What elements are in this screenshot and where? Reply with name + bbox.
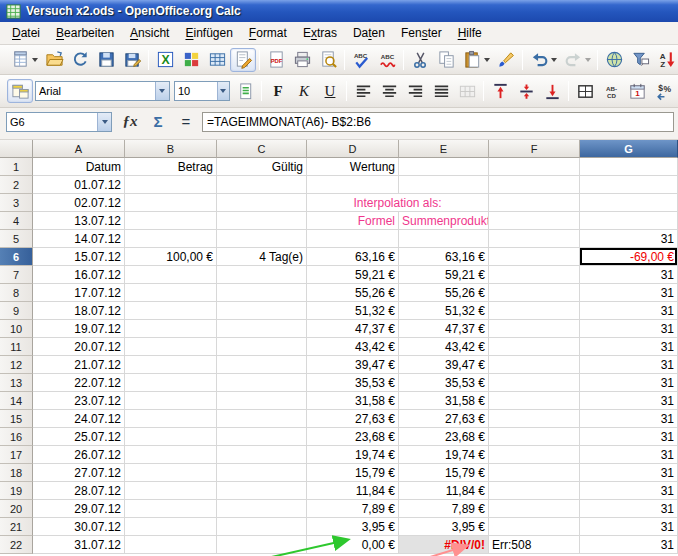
cell-G3[interactable] (580, 194, 678, 212)
cell-B4[interactable] (125, 212, 217, 230)
cell-E10[interactable]: 47,37 € (399, 320, 489, 338)
menu-format[interactable]: Format (241, 23, 295, 43)
cell-B3[interactable] (125, 194, 217, 212)
row-header-11[interactable]: 11 (0, 338, 33, 356)
cell-F22[interactable]: Err:508 (489, 536, 580, 554)
cell-G9[interactable]: 31 (580, 302, 678, 320)
cell-D22[interactable]: 0,00 € (307, 536, 399, 554)
reload-button[interactable] (67, 48, 93, 72)
cell-D1[interactable]: Wertung (307, 158, 399, 176)
menu-hilfe[interactable]: Hilfe (450, 23, 490, 43)
column-header-F[interactable]: F (489, 140, 580, 158)
row-header-19[interactable]: 19 (0, 482, 33, 500)
cell-G21[interactable]: 31 (580, 518, 678, 536)
cell-A19[interactable]: 28.07.12 (33, 482, 125, 500)
chevron-down-button[interactable] (217, 82, 229, 100)
menu-extras[interactable]: Extras (295, 23, 345, 43)
cell-F16[interactable] (489, 428, 580, 446)
font-name-combo[interactable] (35, 81, 170, 101)
format-abcd-button[interactable]: AB-CD (598, 79, 624, 103)
cell-D4[interactable]: Formel (307, 212, 399, 230)
date-format-button[interactable]: 1 (624, 79, 650, 103)
cell-C10[interactable] (217, 320, 307, 338)
cell-C16[interactable] (217, 428, 307, 446)
cell-D6[interactable]: 63,16 € (307, 248, 399, 266)
row-header-8[interactable]: 8 (0, 284, 33, 302)
cell-A1[interactable]: Datum (33, 158, 125, 176)
cell-D13[interactable]: 35,53 € (307, 374, 399, 392)
cell-G14[interactable]: 31 (580, 392, 678, 410)
cell-B20[interactable] (125, 500, 217, 518)
font-size-combo[interactable] (174, 81, 230, 101)
cell-B16[interactable] (125, 428, 217, 446)
cell-B14[interactable] (125, 392, 217, 410)
cell-A6[interactable]: 15.07.12 (33, 248, 125, 266)
cell-E6[interactable]: 63,16 € (399, 248, 489, 266)
row-header-3[interactable]: 3 (0, 194, 33, 212)
row-header-10[interactable]: 10 (0, 320, 33, 338)
cell-A7[interactable]: 16.07.12 (33, 266, 125, 284)
cell-B22[interactable] (125, 536, 217, 554)
cell-E13[interactable]: 35,53 € (399, 374, 489, 392)
cell-B15[interactable] (125, 410, 217, 428)
function-wizard-button[interactable]: ƒx (118, 112, 142, 132)
align-right-button[interactable] (402, 79, 428, 103)
formula-input[interactable] (202, 112, 674, 132)
cell-E14[interactable]: 31,58 € (399, 392, 489, 410)
spellcheck-button[interactable]: ABC (348, 48, 374, 72)
cell-G16[interactable]: 31 (580, 428, 678, 446)
cell-B8[interactable] (125, 284, 217, 302)
select-all-corner[interactable] (0, 140, 33, 158)
column-header-C[interactable]: C (217, 140, 307, 158)
font-size-input[interactable] (175, 83, 217, 99)
menu-fenster[interactable]: Fenster (393, 23, 450, 43)
cell-G15[interactable]: 31 (580, 410, 678, 428)
cell-C1[interactable]: Gültig (217, 158, 307, 176)
cell-A20[interactable]: 29.07.12 (33, 500, 125, 518)
cell-F19[interactable] (489, 482, 580, 500)
cell-E17[interactable]: 19,74 € (399, 446, 489, 464)
cell-B1[interactable]: Betrag (125, 158, 217, 176)
sum-button[interactable]: Σ (146, 112, 170, 132)
new-document-button[interactable] (7, 48, 41, 72)
cell-E2[interactable] (399, 176, 489, 194)
cell-E12[interactable]: 39,47 € (399, 356, 489, 374)
cell-A17[interactable]: 26.07.12 (33, 446, 125, 464)
merge-cells-button[interactable] (454, 79, 480, 103)
cell-F3[interactable] (489, 194, 580, 212)
cell-G8[interactable]: 31 (580, 284, 678, 302)
cell-E15[interactable]: 27,63 € (399, 410, 489, 428)
cell-C14[interactable] (217, 392, 307, 410)
bold-button[interactable]: F (265, 79, 291, 103)
cell-B7[interactable] (125, 266, 217, 284)
cell-E5[interactable] (399, 230, 489, 248)
cell-B11[interactable] (125, 338, 217, 356)
cell-A22[interactable]: 31.07.12 (33, 536, 125, 554)
menu-einfgen[interactable]: Einfügen (177, 23, 240, 43)
row-header-12[interactable]: 12 (0, 356, 33, 374)
menu-ansicht[interactable]: Ansicht (122, 23, 177, 43)
autofilter-button[interactable] (627, 48, 653, 72)
cell-A9[interactable]: 18.07.12 (33, 302, 125, 320)
align-left-button[interactable] (350, 79, 376, 103)
cell-G5[interactable]: 31 (580, 230, 678, 248)
cell-F15[interactable] (489, 410, 580, 428)
cell-F1[interactable] (489, 158, 580, 176)
cell-D19[interactable]: 11,84 € (307, 482, 399, 500)
row-header-1[interactable]: 1 (0, 158, 33, 176)
cell-B5[interactable] (125, 230, 217, 248)
column-header-G[interactable]: G (580, 140, 678, 158)
cell-E8[interactable]: 55,26 € (399, 284, 489, 302)
cell-C7[interactable] (217, 266, 307, 284)
cell-D7[interactable]: 59,21 € (307, 266, 399, 284)
row-header-14[interactable]: 14 (0, 392, 33, 410)
row-header-16[interactable]: 16 (0, 428, 33, 446)
cell-F9[interactable] (489, 302, 580, 320)
hyperlink-globe-button[interactable] (601, 48, 627, 72)
cell-F17[interactable] (489, 446, 580, 464)
cell-F13[interactable] (489, 374, 580, 392)
cell-G6[interactable]: -69,00 € (580, 248, 678, 266)
excel-x-button[interactable]: X (152, 48, 178, 72)
cell-F4[interactable] (489, 212, 580, 230)
cell-B2[interactable] (125, 176, 217, 194)
